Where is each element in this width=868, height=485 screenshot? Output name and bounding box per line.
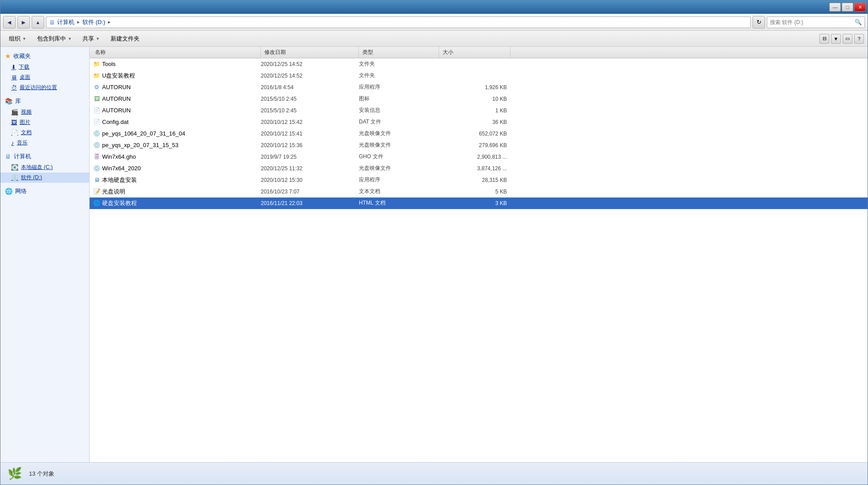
library-folder-icon: 📚 <box>5 98 12 105</box>
file-icon: 🖼 <box>91 95 102 103</box>
download-icon: ⬇ <box>11 64 16 70</box>
sidebar-section-favorites: ★ 收藏夹 ⬇ 下载 🖥 桌面 ⏱ 最近访问的位置 <box>0 50 89 93</box>
file-date: 2020/12/25 14:52 <box>261 61 359 67</box>
sidebar-item-drive-c[interactable]: 💽 本地磁盘 (C:) <box>0 162 89 173</box>
file-type: 文件夹 <box>359 60 439 68</box>
sidebar-item-desktop[interactable]: 🖥 桌面 <box>0 72 89 82</box>
new-folder-button[interactable]: 新建文件夹 <box>106 33 144 45</box>
include-library-button[interactable]: 包含到库中 ▼ <box>32 33 77 45</box>
file-row[interactable]: 🖼 AUTORUN 2015/5/10 2:45 图标 10 KB <box>90 93 868 105</box>
preview-button[interactable]: ▭ <box>843 34 852 44</box>
file-icon: 📁 <box>91 61 102 68</box>
breadcrumb-sep-2: ► <box>107 20 111 25</box>
search-icon[interactable]: 🔍 <box>855 19 862 25</box>
file-size: 279,696 KB <box>439 142 510 148</box>
maximize-button[interactable]: □ <box>842 3 853 12</box>
sidebar-item-pictures[interactable]: 🖼 图片 <box>0 117 89 127</box>
forward-button[interactable]: ► <box>17 16 30 29</box>
file-date: 2015/5/10 2:45 <box>261 96 359 102</box>
sidebar-item-music[interactable]: ♪ 音乐 <box>0 138 89 148</box>
col-header-date[interactable]: 修改日期 <box>261 47 359 58</box>
file-date: 2020/10/12 15:36 <box>261 142 359 148</box>
file-name: AUTORUN <box>102 84 261 90</box>
file-row[interactable]: 🖥 本地硬盘安装 2020/10/12 15:30 应用程序 28,315 KB <box>90 174 868 186</box>
file-name: 本地硬盘安装 <box>102 176 261 184</box>
drive-d-icon: 💿 <box>11 174 18 181</box>
status-icon: 🌿 <box>6 465 24 483</box>
file-row[interactable]: 💿 pe_yqs_1064_20_07_31_16_04 2020/10/12 … <box>90 128 868 140</box>
video-icon: 🎬 <box>11 109 18 115</box>
address-bar: ◄ ► ▲ 🖥 计算机 ► 软件 (D:) ► ↻ 🔍 <box>0 14 868 31</box>
sidebar-item-download[interactable]: ⬇ 下载 <box>0 62 89 72</box>
file-icon: ⚙ <box>91 84 102 91</box>
desktop-icon: 🖥 <box>11 74 17 81</box>
col-header-name[interactable]: 名称 <box>91 47 261 58</box>
file-type: 光盘映像文件 <box>359 164 439 172</box>
file-type: HTML 文档 <box>359 199 439 207</box>
file-row[interactable]: 📁 Tools 2020/12/25 14:52 文件夹 <box>90 58 868 70</box>
file-row[interactable]: 💿 pe_yqs_xp_20_07_31_15_53 2020/10/12 15… <box>90 140 868 151</box>
documents-icon: 📄 <box>11 129 18 136</box>
file-size: 1 KB <box>439 107 510 114</box>
status-bar: 🌿 13 个对象 <box>0 462 868 485</box>
close-button[interactable]: ✕ <box>854 3 866 12</box>
file-type: 应用程序 <box>359 83 439 91</box>
library-chevron: ▼ <box>68 37 72 41</box>
file-name: pe_yqs_xp_20_07_31_15_53 <box>102 142 261 148</box>
minimize-button[interactable]: — <box>829 3 841 12</box>
title-bar: — □ ✕ <box>0 0 868 14</box>
file-list: 📁 Tools 2020/12/25 14:52 文件夹 📁 U盘安装教程 20… <box>90 58 868 462</box>
toolbar-right: ⊟ ▼ ▭ ? <box>819 34 864 44</box>
col-header-type[interactable]: 类型 <box>359 47 439 58</box>
file-type: 应用程序 <box>359 176 439 184</box>
view-down-button[interactable]: ▼ <box>831 34 841 44</box>
file-name: U盘安装教程 <box>102 72 261 80</box>
recent-icon: ⏱ <box>11 84 17 91</box>
file-row[interactable]: 💿 Win7x64_2020 2020/12/25 11:32 光盘映像文件 3… <box>90 163 868 174</box>
sidebar-section-computer: 🖥 计算机 💽 本地磁盘 (C:) 💿 软件 (D:) <box>0 151 89 183</box>
share-chevron: ▼ <box>96 37 100 41</box>
sidebar-header-favorites[interactable]: ★ 收藏夹 <box>0 50 89 62</box>
help-button[interactable]: ? <box>854 34 864 44</box>
network-icon: 🌐 <box>5 188 12 195</box>
sidebar-item-documents[interactable]: 📄 文档 <box>0 127 89 138</box>
column-headers: 名称 修改日期 类型 大小 <box>90 47 868 58</box>
file-icon: 🌐 <box>91 200 102 207</box>
file-row[interactable]: 📝 光盘说明 2016/10/23 7:07 文本文档 5 KB <box>90 186 868 197</box>
organize-button[interactable]: 组织 ▼ <box>4 33 31 45</box>
file-row[interactable]: ⚙ AUTORUN 2016/1/8 4:54 应用程序 1,926 KB <box>90 82 868 93</box>
col-header-size[interactable]: 大小 <box>439 47 510 58</box>
file-row[interactable]: 🗄 Win7x64.gho 2019/9/7 19:25 GHO 文件 2,90… <box>90 151 868 163</box>
view-button[interactable]: ⊟ <box>819 34 829 44</box>
file-size: 2,900,813 ... <box>439 154 510 160</box>
back-button[interactable]: ◄ <box>3 16 16 29</box>
sidebar-item-video[interactable]: 🎬 视频 <box>0 107 89 117</box>
file-row[interactable]: 📄 Config.dat 2020/10/12 15:42 DAT 文件 36 … <box>90 116 868 128</box>
file-date: 2019/9/7 19:25 <box>261 154 359 160</box>
sidebar-header-network[interactable]: 🌐 网络 <box>0 185 89 197</box>
file-type: 图标 <box>359 95 439 103</box>
sidebar-item-drive-d[interactable]: 💿 软件 (D:) <box>0 173 89 183</box>
sidebar-item-recent[interactable]: ⏱ 最近访问的位置 <box>0 82 89 93</box>
up-button[interactable]: ▲ <box>32 16 44 29</box>
file-size: 652,072 KB <box>439 131 510 137</box>
breadcrumb-computer[interactable]: 计算机 <box>57 18 74 26</box>
file-row[interactable]: 📁 U盘安装教程 2020/12/25 14:52 文件夹 <box>90 70 868 82</box>
sidebar-header-computer[interactable]: 🖥 计算机 <box>0 151 89 162</box>
sidebar-header-library[interactable]: 📚 库 <box>0 95 89 107</box>
file-type: 光盘映像文件 <box>359 130 439 137</box>
refresh-button[interactable]: ↻ <box>753 16 765 29</box>
file-type: 光盘映像文件 <box>359 141 439 149</box>
file-name: pe_yqs_1064_20_07_31_16_04 <box>102 130 261 137</box>
file-date: 2020/10/12 15:41 <box>261 131 359 137</box>
breadcrumb-drive[interactable]: 软件 (D:) <box>82 18 105 26</box>
file-date: 2016/10/23 7:07 <box>261 189 359 195</box>
file-date: 2016/11/21 22:03 <box>261 200 359 206</box>
address-path[interactable]: 🖥 计算机 ► 软件 (D:) ► <box>46 16 751 28</box>
main-area: ★ 收藏夹 ⬇ 下载 🖥 桌面 ⏱ 最近访问的位置 <box>0 47 868 462</box>
file-row[interactable]: 📄 AUTORUN 2015/5/10 2:45 安装信息 1 KB <box>90 105 868 116</box>
share-button[interactable]: 共享 ▼ <box>78 33 105 45</box>
file-row[interactable]: 🌐 硬盘安装教程 2016/11/21 22:03 HTML 文档 3 KB <box>90 197 868 209</box>
file-icon: 💿 <box>91 165 102 172</box>
search-input[interactable] <box>770 19 853 25</box>
